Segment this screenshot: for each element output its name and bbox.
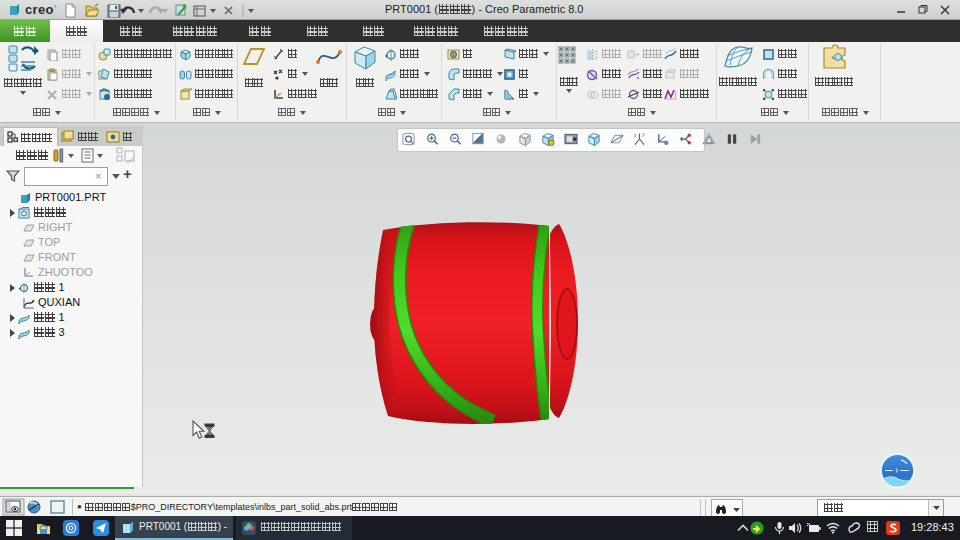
svg-text:y: y: [642, 132, 645, 137]
svg-text:x: x: [634, 133, 637, 138]
